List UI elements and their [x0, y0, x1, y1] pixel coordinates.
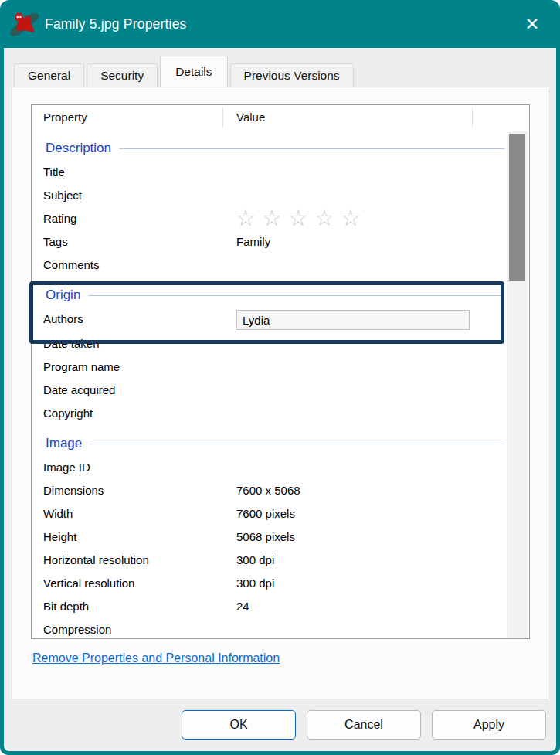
properties-dialog: Family 5.jpg Properties ✕ General Securi…	[0, 0, 560, 755]
column-divider[interactable]	[222, 107, 223, 128]
tab-previous-versions[interactable]: Previous Versions	[230, 63, 354, 87]
row-title[interactable]: Title	[32, 161, 506, 184]
row-horizontal-resolution[interactable]: Horizontal resolution 300 dpi	[32, 549, 506, 572]
scrollbar-thumb[interactable]	[509, 134, 525, 281]
row-vertical-resolution[interactable]: Vertical resolution 300 dpi	[32, 572, 506, 595]
section-divider-line	[88, 295, 504, 296]
tab-security[interactable]: Security	[87, 63, 158, 87]
tab-details[interactable]: Details	[160, 56, 227, 87]
row-date-acquired[interactable]: Date acquired	[32, 379, 506, 402]
row-authors[interactable]: Authors	[32, 308, 506, 332]
tab-strip: General Security Details Previous Versio…	[14, 56, 356, 87]
apply-button[interactable]: Apply	[432, 710, 546, 740]
column-header-property[interactable]: Property	[43, 105, 87, 130]
dialog-button-row: OK Cancel Apply	[182, 710, 546, 740]
details-tab-page: Property Value Description Title	[12, 87, 548, 699]
row-image-id[interactable]: Image ID	[32, 456, 506, 479]
window-title: Family 5.jpg Properties	[45, 16, 187, 32]
list-rows: Description Title Subject Rating ☆☆☆☆☆	[32, 136, 506, 639]
remove-properties-link[interactable]: Remove Properties and Personal Informati…	[32, 651, 280, 665]
section-divider-line	[90, 444, 504, 444]
rating-stars[interactable]: ☆☆☆☆☆	[236, 202, 367, 233]
row-program-name[interactable]: Program name	[32, 355, 506, 379]
app-icon[interactable]	[10, 9, 39, 39]
row-tags[interactable]: Tags Family	[32, 230, 506, 253]
column-divider[interactable]	[472, 107, 473, 128]
ok-button[interactable]: OK	[182, 710, 296, 740]
column-header-value[interactable]: Value	[236, 105, 265, 130]
section-divider-line	[119, 148, 504, 149]
section-header-description: Description	[32, 136, 506, 161]
row-copyright[interactable]: Copyright	[32, 402, 506, 425]
section-header-image: Image	[32, 431, 506, 456]
close-icon[interactable]: ✕	[512, 6, 552, 42]
cancel-button[interactable]: Cancel	[307, 710, 421, 740]
list-header: Property Value	[32, 105, 529, 130]
row-comments[interactable]: Comments	[32, 253, 506, 277]
row-height[interactable]: Height 5068 pixels	[32, 525, 506, 549]
vertical-scrollbar[interactable]	[507, 131, 528, 638]
properties-list: Property Value Description Title	[31, 104, 530, 639]
row-width[interactable]: Width 7600 pixels	[32, 502, 506, 525]
row-bit-depth[interactable]: Bit depth 24	[32, 595, 506, 618]
tab-general[interactable]: General	[14, 63, 84, 87]
section-header-origin: Origin	[32, 283, 506, 308]
row-date-taken[interactable]: Date taken	[32, 332, 506, 355]
authors-input[interactable]	[236, 310, 470, 330]
dialog-body: General Security Details Previous Versio…	[4, 48, 556, 751]
row-compression[interactable]: Compression	[32, 618, 506, 639]
row-dimensions[interactable]: Dimensions 7600 x 5068	[32, 479, 506, 502]
title-bar: Family 5.jpg Properties ✕	[0, 0, 560, 48]
row-rating[interactable]: Rating ☆☆☆☆☆	[32, 207, 506, 230]
